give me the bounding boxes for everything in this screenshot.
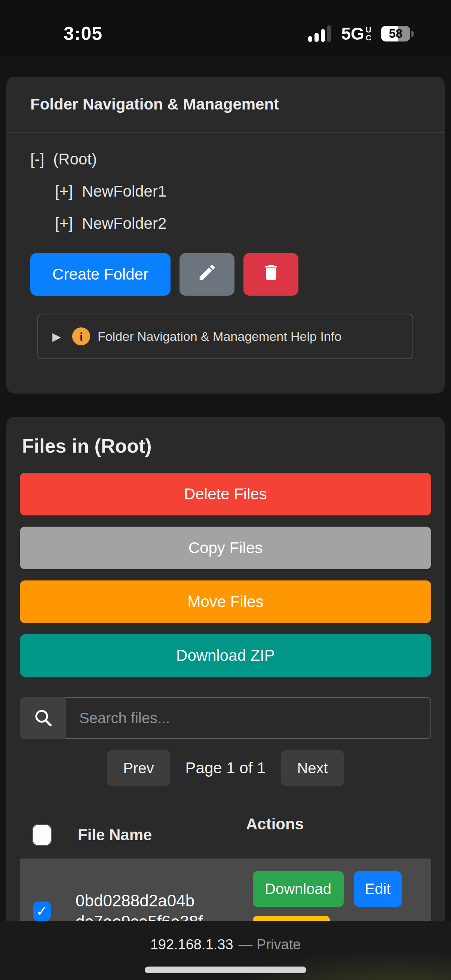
tree-label[interactable]: NewFolder2 <box>82 215 166 232</box>
tree-item-newfolder1[interactable]: [+] NewFolder1 <box>55 180 421 203</box>
edit-button[interactable]: Edit <box>354 871 402 907</box>
prev-page-button[interactable]: Prev <box>107 750 169 786</box>
file-table-header: File Name Actions <box>20 815 431 856</box>
files-card-title: Files in (Root) <box>20 435 431 457</box>
folder-card-body: [-] (Root) [+] NewFolder1 [+] NewFolder2… <box>6 133 445 394</box>
battery-icon: 58 <box>381 26 414 41</box>
browser-bottom-bar: 192.168.1.33 — Private <box>0 921 451 980</box>
folder-card-title: Folder Navigation & Management <box>30 95 421 113</box>
status-icons: 5G U C 58 <box>308 24 414 44</box>
search-row <box>20 697 431 739</box>
select-all-checkbox[interactable] <box>33 825 51 845</box>
delete-files-button[interactable]: Delete Files <box>20 473 431 515</box>
help-disclosure[interactable]: ▶ i Folder Navigation & Management Help … <box>37 313 413 359</box>
battery-nub <box>411 31 414 37</box>
folder-card: Folder Navigation & Management [-] (Root… <box>6 76 445 394</box>
download-button[interactable]: Download <box>253 871 344 907</box>
tree-item-newfolder2[interactable]: [+] NewFolder2 <box>55 212 421 235</box>
folder-actions-row: Create Folder <box>30 253 421 296</box>
folder-tree: [-] (Root) [+] NewFolder1 [+] NewFolder2 <box>30 148 421 235</box>
info-icon: i <box>72 328 90 345</box>
status-time: 3:05 <box>64 23 102 45</box>
file-name-header: File Name <box>78 826 246 844</box>
tree-toggle-icon[interactable]: [+] <box>55 215 73 232</box>
page-status: Page 1 of 1 <box>185 759 266 777</box>
status-bar: 3:05 5G U C 58 <box>0 0 451 56</box>
tree-toggle-icon[interactable]: [+] <box>55 182 73 200</box>
network-uc-qualifier: U C <box>366 26 371 41</box>
file-name-line1: 0bd0288d2a04b <box>75 890 250 911</box>
tree-label[interactable]: NewFolder1 <box>82 182 166 200</box>
url-text[interactable]: 192.168.1.33 <box>150 937 233 953</box>
check-icon: ✓ <box>36 904 48 918</box>
privacy-label: — Private <box>239 937 301 953</box>
move-files-button[interactable]: Move Files <box>20 581 431 623</box>
search-button[interactable] <box>20 697 66 739</box>
trash-icon <box>261 262 281 286</box>
home-indicator[interactable] <box>145 967 306 973</box>
copy-files-button[interactable]: Copy Files <box>20 527 431 569</box>
row-checkbox[interactable]: ✓ <box>33 902 51 921</box>
network-5g-label: 5G <box>341 24 364 44</box>
folder-card-header: Folder Navigation & Management <box>6 76 445 133</box>
delete-folder-button[interactable] <box>244 253 298 296</box>
rename-folder-button[interactable] <box>180 253 234 296</box>
actions-header: Actions <box>246 815 304 833</box>
disclosure-triangle-icon[interactable]: ▶ <box>53 330 61 343</box>
network-type-label: 5G U C <box>341 24 371 44</box>
browser-url-bar[interactable]: 192.168.1.33 — Private <box>0 937 451 953</box>
cellular-signal-icon <box>308 25 331 42</box>
iphone-screen: 3:05 5G U C 58 Folder Na <box>0 0 451 980</box>
tree-label[interactable]: (Root) <box>53 150 97 168</box>
tree-toggle-icon[interactable]: [-] <box>30 150 44 168</box>
battery-percent: 58 <box>389 27 403 41</box>
search-icon <box>32 707 54 729</box>
download-zip-button[interactable]: Download ZIP <box>20 634 431 677</box>
help-summary-text[interactable]: Folder Navigation & Management Help Info <box>97 329 341 344</box>
search-input[interactable] <box>66 697 431 739</box>
create-folder-button[interactable]: Create Folder <box>30 253 171 296</box>
pagination: Prev Page 1 of 1 Next <box>20 750 431 786</box>
files-card: Files in (Root) Delete Files Copy Files … <box>6 417 445 980</box>
pencil-icon <box>197 262 217 286</box>
tree-item-root[interactable]: [-] (Root) <box>30 148 421 171</box>
next-page-button[interactable]: Next <box>281 750 343 786</box>
